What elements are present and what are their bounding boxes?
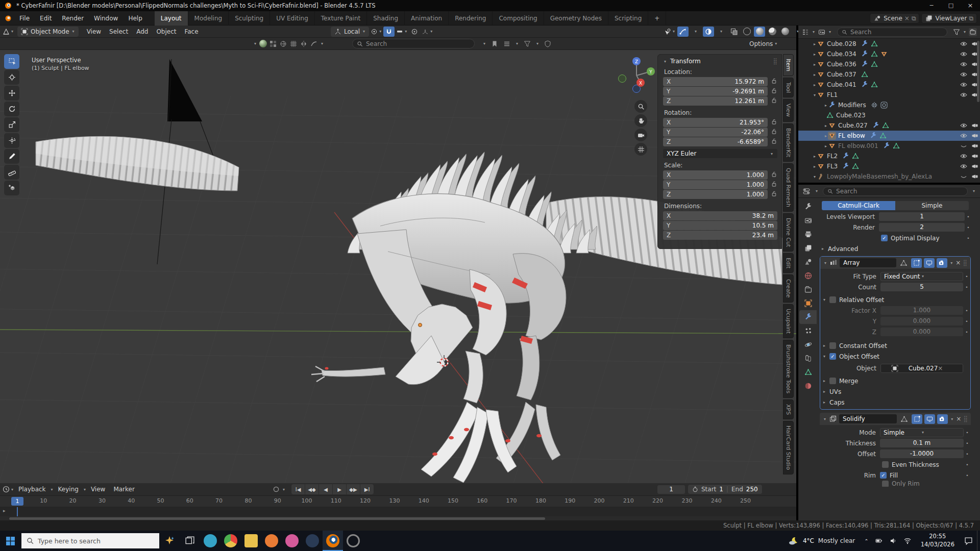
- expand-arrow[interactable]: ▸: [824, 103, 828, 108]
- lock-icon[interactable]: [771, 118, 777, 127]
- weather-widget[interactable]: 4°C Mostly clear: [783, 535, 860, 546]
- properties-tab-scene[interactable]: [799, 255, 817, 269]
- array-apply-on-spline-icon[interactable]: [898, 258, 909, 268]
- battery-icon[interactable]: [875, 537, 883, 545]
- outliner-item-fl1[interactable]: ▾FL1: [798, 90, 980, 100]
- transform-field-y[interactable]: Y10.5 m: [663, 221, 777, 230]
- tool-add-cube[interactable]: [4, 181, 19, 195]
- list-options-icon[interactable]: [503, 40, 511, 48]
- pivot-point-dropdown[interactable]: ▾: [370, 27, 382, 37]
- eye-open-icon[interactable]: [960, 162, 968, 170]
- shading-wireframe-button[interactable]: [741, 27, 752, 37]
- outliner-display-mode-icon[interactable]: [801, 28, 810, 36]
- viewport-menu-object[interactable]: Object: [152, 26, 180, 37]
- meshdata-badge-icon[interactable]: [870, 81, 878, 89]
- workspace-tab-animation[interactable]: Animation: [405, 11, 449, 26]
- eye-open-icon[interactable]: [960, 50, 968, 58]
- menu-file[interactable]: File: [14, 12, 35, 24]
- outliner-scrollbar[interactable]: [977, 41, 979, 102]
- tool-measure[interactable]: [4, 165, 19, 180]
- shading-material-button[interactable]: [767, 27, 778, 37]
- eye-open-icon[interactable]: [960, 70, 968, 79]
- maximize-button[interactable]: □: [941, 0, 961, 11]
- timeline-ruler[interactable]: 1020304050607080901001101201301401501601…: [0, 496, 796, 507]
- sidebar-tab-xps[interactable]: XPS: [783, 399, 794, 419]
- properties-tab-material[interactable]: [799, 379, 817, 393]
- sidebar-tab-ucupaint[interactable]: Ucupaint: [783, 304, 794, 338]
- transform-field-y[interactable]: Y1.000: [663, 180, 768, 189]
- solidify-realtime-toggle[interactable]: [924, 414, 935, 424]
- stroke-option-icon[interactable]: [310, 40, 318, 48]
- array-editmode-toggle[interactable]: [911, 258, 922, 268]
- camera-visibility-icon[interactable]: [971, 121, 979, 130]
- tool-select-box[interactable]: [4, 54, 19, 69]
- thickness-field[interactable]: 0.1 m: [880, 439, 964, 447]
- object-offset-label[interactable]: Object Offset: [839, 353, 879, 360]
- notification-center-button[interactable]: [960, 531, 977, 551]
- solidify-delete-button[interactable]: ×: [956, 415, 961, 422]
- task-view-button[interactable]: [180, 531, 200, 551]
- shield-icon[interactable]: [544, 40, 552, 48]
- expand-arrow[interactable]: ▸: [813, 72, 817, 77]
- outliner-item-cube-034[interactable]: ▸Cube.034: [798, 49, 980, 59]
- tool-options-chevron[interactable]: ▾: [320, 41, 324, 46]
- stopwatch-icon[interactable]: [692, 486, 698, 492]
- solidify-mode-dropdown[interactable]: Simple▾: [880, 428, 964, 437]
- add-workspace-button[interactable]: +: [648, 11, 666, 26]
- solidify-extras-dropdown[interactable]: ▾: [950, 417, 954, 421]
- taskbar-app-ring[interactable]: [343, 531, 363, 551]
- world-overlay-icon[interactable]: [279, 40, 287, 48]
- even-thickness-checkbox[interactable]: [882, 461, 889, 468]
- scene-selector[interactable]: Scene ×⧉: [870, 13, 919, 23]
- lock-icon[interactable]: [771, 181, 777, 189]
- eye-closed-icon[interactable]: [960, 142, 968, 150]
- proportional-editing-toggle[interactable]: [409, 27, 420, 37]
- properties-tab-data[interactable]: [799, 365, 817, 379]
- eye-open-icon[interactable]: [960, 81, 968, 89]
- transform-field-z[interactable]: Z-6.6589°: [663, 137, 768, 146]
- tool-transform[interactable]: [4, 133, 19, 148]
- wrench-badge-icon[interactable]: [842, 152, 850, 160]
- offset-field[interactable]: -1.0000: [880, 449, 964, 458]
- lock-icon[interactable]: [771, 171, 777, 179]
- outliner-item-cube-028[interactable]: ▸Cube.028: [798, 39, 980, 49]
- lock-icon[interactable]: [771, 190, 777, 198]
- taskbar-app-steam[interactable]: [302, 531, 323, 551]
- bookmark-icon[interactable]: [491, 40, 499, 48]
- workspace-tab-uv-editing[interactable]: UV Editing: [270, 11, 315, 26]
- tool-rotate[interactable]: [4, 102, 19, 116]
- wrench-badge-icon[interactable]: [869, 132, 877, 140]
- properties-tab-modifiers[interactable]: [799, 310, 817, 324]
- wrench-badge-icon[interactable]: [872, 121, 880, 130]
- caps-panel-toggle[interactable]: Caps: [829, 399, 845, 406]
- sidebar-tab-create[interactable]: Create: [783, 274, 794, 303]
- meshdata-badge-icon[interactable]: [881, 121, 890, 130]
- sidebar-tab-divine-cut[interactable]: Divine Cut: [783, 213, 794, 252]
- eye-closed-icon[interactable]: [960, 172, 968, 181]
- properties-tab-tool[interactable]: [799, 200, 817, 214]
- outliner-item-cube-027[interactable]: ▸Cube.027: [798, 120, 980, 131]
- properties-tab-world[interactable]: [799, 269, 817, 283]
- sidebar-tab-haircard-studio[interactable]: HairCard Studio: [783, 421, 794, 474]
- show-desktop-button[interactable]: [977, 531, 980, 551]
- expand-arrow[interactable]: ▸: [813, 83, 817, 87]
- properties-tab-view-layer[interactable]: [799, 241, 817, 255]
- offset-object-field[interactable]: Cube.027×: [880, 364, 963, 373]
- expand-arrow[interactable]: ▾: [813, 93, 817, 97]
- view-layer-selector[interactable]: ViewLayer ⧉: [921, 13, 977, 23]
- object-offset-checkbox[interactable]: ✓: [829, 353, 836, 360]
- meshdata-badge-icon[interactable]: [861, 70, 869, 79]
- taskbar-app-firefox[interactable]: [261, 531, 282, 551]
- outliner-item-fl3[interactable]: ▸FL3: [798, 161, 980, 171]
- meshdata-badge-icon[interactable]: [870, 40, 878, 48]
- outliner-item-cube-023[interactable]: Cube.023: [798, 110, 980, 120]
- expand-arrow[interactable]: ▸: [824, 134, 828, 138]
- meshdata-badge-icon[interactable]: [870, 50, 878, 58]
- timeline-editor-type-button[interactable]: ▾: [2, 484, 14, 494]
- workspace-tab-modeling[interactable]: Modeling: [188, 11, 229, 26]
- only-rim-checkbox[interactable]: [882, 481, 889, 487]
- wrench-badge-icon[interactable]: [861, 40, 869, 48]
- sidebar-tab-edit[interactable]: Edit: [783, 253, 794, 273]
- workspace-tab-compositing[interactable]: Compositing: [493, 11, 544, 26]
- outliner-item-modifiers[interactable]: ▸Modifiers: [798, 100, 980, 110]
